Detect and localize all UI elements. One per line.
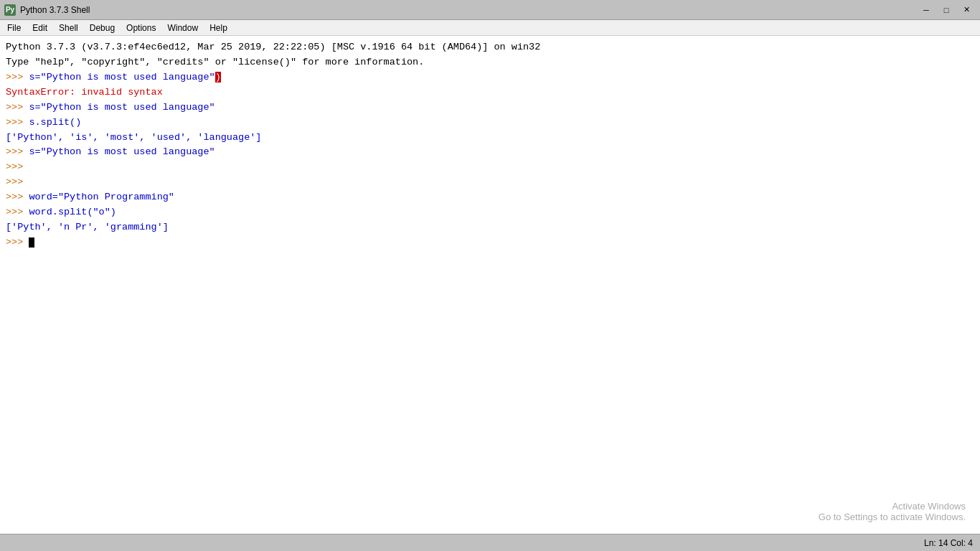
text-cursor: [29, 237, 34, 248]
window-title: Python 3.7.3 Shell: [20, 5, 917, 15]
prompt1: >>>: [6, 72, 29, 83]
status-bar: Ln: 14 Col: 4: [0, 534, 980, 551]
window-controls: ─ □ ✕: [917, 3, 976, 17]
cmd-line7: >>> word="Python Programming": [6, 190, 974, 205]
shell-output[interactable]: Python 3.7.3 (v3.7.3:ef4ec6ed12, Mar 25 …: [0, 36, 980, 534]
prompt3: >>>: [6, 117, 29, 128]
prompt5: >>>: [6, 161, 29, 172]
cmd3-text: s.split(): [29, 117, 81, 128]
cursor-position: Ln: 14 Col: 4: [924, 538, 973, 548]
current-prompt[interactable]: >>>: [6, 235, 974, 250]
info-line1: Python 3.7.3 (v3.7.3:ef4ec6ed12, Mar 25 …: [6, 40, 974, 55]
menu-window[interactable]: Window: [161, 22, 204, 34]
info-line2: Type "help", "copyright", "credits" or "…: [6, 55, 974, 70]
cmd-line4: >>> s="Python is most used language": [6, 145, 974, 160]
prompt4: >>>: [6, 146, 29, 157]
menu-bar: File Edit Shell Debug Options Window Hel…: [0, 20, 980, 36]
minimize-button[interactable]: ─: [917, 3, 936, 17]
output-line2: ['Pyth', 'n Pr', 'gramming']: [6, 220, 974, 235]
cmd-line3: >>> s.split(): [6, 116, 974, 131]
menu-file[interactable]: File: [1, 22, 27, 34]
maximize-button[interactable]: □: [937, 3, 956, 17]
menu-edit[interactable]: Edit: [27, 22, 53, 34]
prompt6: >>>: [6, 176, 29, 187]
menu-debug[interactable]: Debug: [84, 22, 121, 34]
menu-help[interactable]: Help: [204, 22, 233, 34]
syntax-error: SyntaxError: invalid syntax: [6, 85, 974, 100]
cmd5-text: word="Python Programming": [29, 192, 174, 202]
menu-shell[interactable]: Shell: [53, 22, 84, 34]
cmd-line5: >>>: [6, 160, 974, 175]
cmd1-text: s="Python is most used language": [29, 72, 215, 83]
cmd-line1: >>> s="Python is most used language"): [6, 70, 974, 85]
app-icon: Py: [4, 4, 16, 16]
cmd2-text: s="Python is most used language": [29, 102, 215, 113]
output-line1: ['Python', 'is', 'most', 'used', 'langua…: [6, 131, 974, 146]
cmd-line6: >>>: [6, 175, 974, 190]
close-button[interactable]: ✕: [957, 3, 976, 17]
cmd1-highlight: ): [215, 72, 221, 83]
menu-options[interactable]: Options: [121, 22, 161, 34]
cmd-line8: >>> word.split("o"): [6, 205, 974, 220]
title-bar: Py Python 3.7.3 Shell ─ □ ✕: [0, 0, 980, 20]
cmd6-text: word.split("o"): [29, 207, 116, 217]
prompt8: >>>: [6, 207, 29, 217]
prompt9: >>>: [6, 237, 29, 248]
cmd4-text: s="Python is most used language": [29, 146, 215, 157]
prompt2: >>>: [6, 102, 29, 113]
cmd-line2: >>> s="Python is most used language": [6, 100, 974, 116]
prompt7: >>>: [6, 192, 29, 202]
